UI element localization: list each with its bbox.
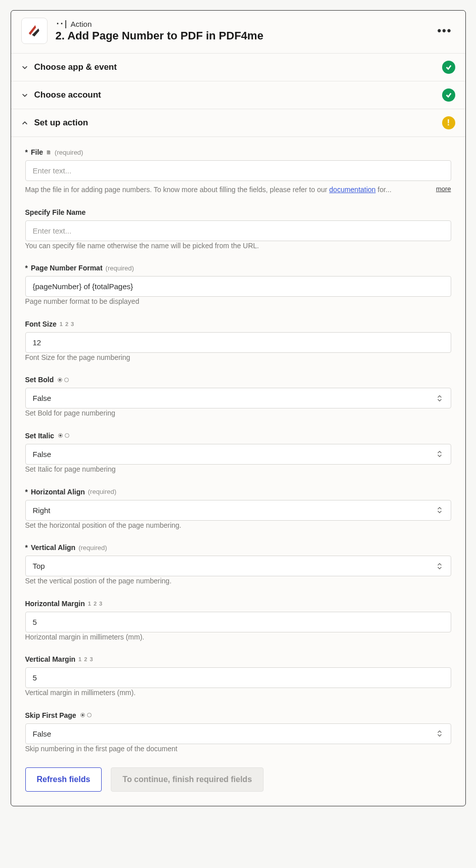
more-link[interactable]: more — [436, 185, 451, 193]
continue-button: To continue, finish required fields — [111, 767, 264, 792]
boolean-type-icon — [80, 713, 92, 717]
select-caret-icon — [437, 563, 444, 570]
file-type-icon: 🗎 — [46, 149, 52, 155]
select-caret-icon — [437, 395, 444, 402]
numeric-type-icon: 1 2 3 — [60, 321, 74, 327]
action-panel: ··| Action 2. Add Page Number to PDF in … — [11, 10, 466, 806]
documentation-link[interactable]: documentation — [329, 186, 376, 194]
check-icon — [445, 64, 452, 71]
field-skip-first-page: Skip First Page False Skip numbering in … — [25, 711, 451, 754]
section-title: Choose account — [34, 90, 101, 100]
label-text: Horizontal Align — [31, 488, 85, 496]
page-number-format-input[interactable] — [25, 276, 451, 297]
required-star: * — [25, 148, 28, 156]
field-label: Skip First Page — [25, 711, 451, 719]
label-text: Set Italic — [25, 432, 55, 440]
select-value: False — [33, 729, 52, 738]
field-label: Specify File Name — [25, 208, 451, 216]
section-title: Choose app & event — [34, 62, 117, 72]
required-hint: (required) — [55, 149, 83, 156]
label-text: Font Size — [25, 320, 57, 328]
set-bold-select[interactable]: False — [25, 388, 451, 408]
field-label: * File 🗎 (required) — [25, 148, 451, 156]
vertical-align-select[interactable]: Top — [25, 556, 451, 576]
chevron-up-icon — [21, 119, 28, 126]
select-value: False — [33, 450, 52, 459]
field-label: * Horizontal Align (required) — [25, 488, 451, 496]
field-label: Font Size 1 2 3 — [25, 320, 451, 328]
field-label: Horizontal Margin 1 2 3 — [25, 600, 451, 608]
chevron-down-icon — [21, 64, 28, 71]
field-help: Font Size for the page numbering — [25, 353, 451, 363]
section-title: Set up action — [34, 118, 89, 128]
chevron-down-icon — [21, 92, 28, 99]
boolean-type-icon — [58, 433, 69, 438]
field-help: Set Italic for page numbering — [25, 465, 451, 475]
check-icon — [445, 92, 452, 99]
required-hint: (required) — [88, 488, 116, 495]
file-name-input[interactable] — [25, 220, 451, 241]
field-label: Vertical Margin 1 2 3 — [25, 655, 451, 663]
field-horizontal-align: * Horizontal Align (required) Right Set … — [25, 488, 451, 531]
horizontal-margin-input[interactable] — [25, 612, 451, 632]
required-hint: (required) — [78, 544, 107, 552]
section-choose-account[interactable]: Choose account — [11, 81, 465, 109]
status-badge-complete — [442, 88, 455, 102]
footer-buttons: Refresh fields To continue, finish requi… — [25, 767, 451, 792]
field-font-size: Font Size 1 2 3 Font Size for the page n… — [25, 320, 451, 363]
required-star: * — [25, 488, 28, 496]
field-help: Skip numbering in the first page of the … — [25, 744, 451, 754]
select-caret-icon — [437, 450, 444, 458]
field-label: * Vertical Align (required) — [25, 543, 451, 552]
refresh-fields-button[interactable]: Refresh fields — [25, 767, 102, 792]
vertical-margin-input[interactable] — [25, 667, 451, 688]
label-text: Horizontal Margin — [25, 600, 85, 608]
field-vertical-align: * Vertical Align (required) Top Set the … — [25, 543, 451, 586]
section-setup-action[interactable]: Set up action ! — [11, 109, 465, 137]
field-file-name: Specify File Name You can specify file n… — [25, 208, 451, 251]
label-text: Page Number Format — [31, 264, 103, 272]
label-text: Vertical Align — [31, 543, 75, 552]
pdf4me-icon — [26, 23, 42, 39]
horizontal-align-select[interactable]: Right — [25, 500, 451, 521]
section-choose-app[interactable]: Choose app & event — [11, 54, 465, 81]
font-size-input[interactable] — [25, 332, 451, 353]
label-text: Specify File Name — [25, 208, 86, 216]
status-badge-complete — [442, 61, 455, 74]
header-texts: ··| Action 2. Add Page Number to PDF in … — [56, 19, 435, 42]
field-label: Set Italic — [25, 432, 451, 440]
more-menu-button[interactable]: ••• — [434, 21, 455, 40]
required-star: * — [25, 543, 28, 552]
field-file: * File 🗎 (required) Map the file in for … — [25, 148, 451, 195]
panel-header: ··| Action 2. Add Page Number to PDF in … — [11, 11, 465, 54]
field-set-bold: Set Bold False Set Bold for page numberi… — [25, 376, 451, 419]
field-label: * Page Number Format (required) — [25, 264, 451, 272]
app-logo — [21, 18, 48, 44]
form-body: * File 🗎 (required) Map the file in for … — [11, 137, 465, 806]
select-caret-icon — [437, 730, 444, 737]
action-eyebrow: ··| Action — [56, 19, 435, 28]
field-page-number-format: * Page Number Format (required) Page num… — [25, 264, 451, 307]
file-input[interactable] — [25, 160, 451, 181]
label-text: Vertical Margin — [25, 655, 76, 663]
field-label: Set Bold — [25, 376, 451, 384]
eyebrow-label: Action — [71, 20, 92, 28]
label-text: File — [31, 148, 43, 156]
field-vertical-margin: Vertical Margin 1 2 3 Vertical margin in… — [25, 655, 451, 698]
skip-first-page-select[interactable]: False — [25, 723, 451, 744]
field-help: Set the horizontal position of the page … — [25, 521, 451, 531]
select-value: Right — [33, 506, 51, 515]
field-help: Horizontal margin in millimeters (mm). — [25, 632, 451, 643]
status-badge-warning: ! — [442, 116, 455, 129]
field-help: Vertical margin in millimeters (mm). — [25, 688, 451, 698]
field-help: Set the vertical postion of the page num… — [25, 576, 451, 586]
field-set-italic: Set Italic False Set Italic for page num… — [25, 432, 451, 475]
numeric-type-icon: 1 2 3 — [78, 656, 93, 662]
select-caret-icon — [437, 507, 444, 514]
action-glyph-icon: ··| — [56, 19, 68, 28]
panel-title: 2. Add Page Number to PDF in PDF4me — [56, 29, 435, 42]
select-value: Top — [33, 562, 45, 570]
field-help: You can specify file name otherwise the … — [25, 241, 451, 251]
required-star: * — [25, 264, 28, 272]
set-italic-select[interactable]: False — [25, 444, 451, 465]
